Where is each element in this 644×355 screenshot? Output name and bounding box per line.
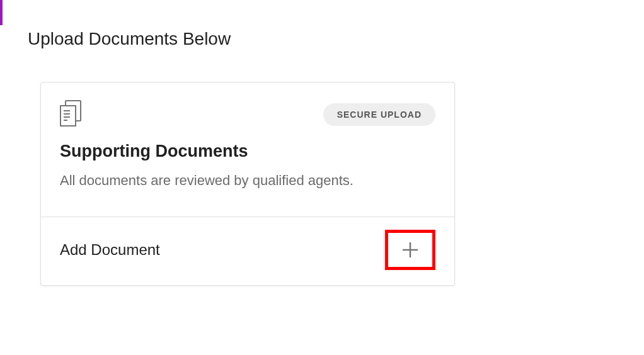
left-accent-bar [0,0,3,25]
page-title: Upload Documents Below [28,29,644,49]
add-document-button[interactable] [385,230,435,270]
upload-card: SECURE UPLOAD Supporting Documents All d… [40,82,455,286]
page-container: Upload Documents Below SECURE UPLOAD Sup… [0,0,644,286]
add-document-label: Add Document [60,241,160,259]
document-stack-icon [60,100,84,129]
card-subtitle: All documents are reviewed by qualified … [60,172,435,189]
secure-upload-badge: SECURE UPLOAD [323,103,435,126]
card-header-row: SECURE UPLOAD [41,82,454,129]
plus-icon [401,241,419,259]
add-document-row[interactable]: Add Document [41,217,454,285]
card-body: Supporting Documents All documents are r… [41,129,454,217]
card-title: Supporting Documents [60,142,435,161]
